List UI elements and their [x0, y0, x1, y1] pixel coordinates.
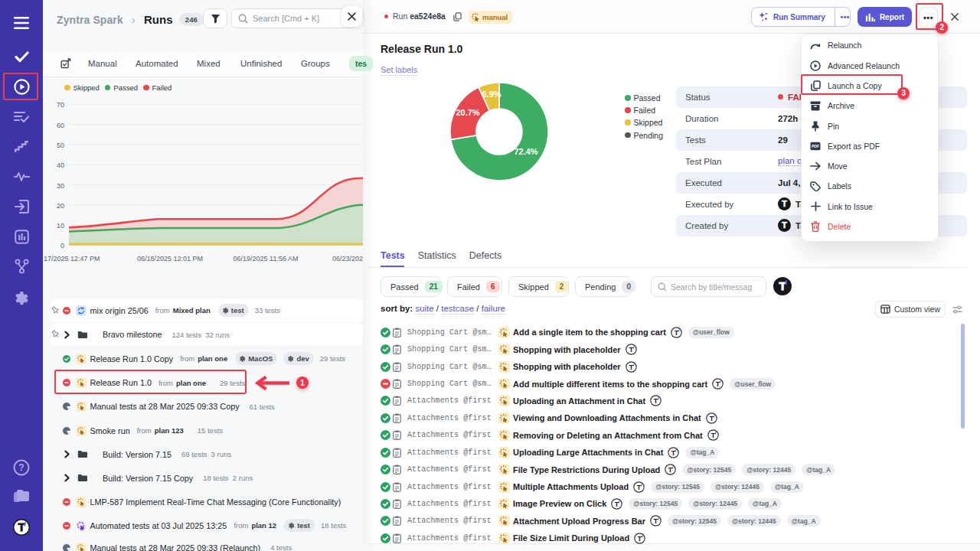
svg-text:50: 50: [57, 142, 64, 149]
svg-text:T: T: [638, 534, 642, 542]
svg-text:10: 10: [57, 222, 64, 230]
svg-text:20: 20: [57, 202, 64, 210]
svg-text:6.9%: 6.9%: [482, 90, 501, 99]
svg-text:06/23/202: 06/23/202: [332, 255, 363, 262]
svg-text:T: T: [668, 466, 673, 474]
svg-text:T: T: [629, 346, 633, 354]
svg-text:T: T: [654, 397, 658, 405]
svg-text:T: T: [782, 220, 787, 230]
svg-text:T: T: [711, 432, 716, 439]
svg-text:0: 0: [60, 242, 64, 249]
svg-text:T: T: [629, 363, 633, 370]
svg-text:20.7%: 20.7%: [456, 108, 479, 117]
svg-text:T: T: [615, 500, 619, 507]
svg-text:T: T: [716, 380, 720, 388]
svg-text:?: ?: [18, 462, 24, 473]
svg-text:T: T: [637, 483, 642, 491]
svg-text:T: T: [782, 199, 787, 208]
svg-text:T: T: [654, 517, 658, 525]
svg-text:30: 30: [57, 182, 64, 190]
svg-text:70: 70: [57, 101, 64, 109]
svg-text:PDF: PDF: [812, 144, 819, 148]
svg-text:40: 40: [57, 161, 64, 169]
svg-text:T: T: [779, 279, 786, 292]
svg-text:T: T: [675, 328, 679, 336]
svg-text:60: 60: [57, 122, 64, 129]
svg-text:T: T: [671, 448, 676, 456]
svg-text:17/2025 12:47 PM: 17/2025 12:47 PM: [44, 255, 100, 262]
svg-text:T: T: [18, 520, 24, 533]
svg-text:72.4%: 72.4%: [514, 147, 537, 156]
svg-text:06/18/2025 12:01 PM: 06/18/2025 12:01 PM: [137, 255, 203, 262]
svg-text:T: T: [709, 414, 714, 422]
svg-text:06/19/2025 11:56 AM: 06/19/2025 11:56 AM: [234, 255, 299, 262]
